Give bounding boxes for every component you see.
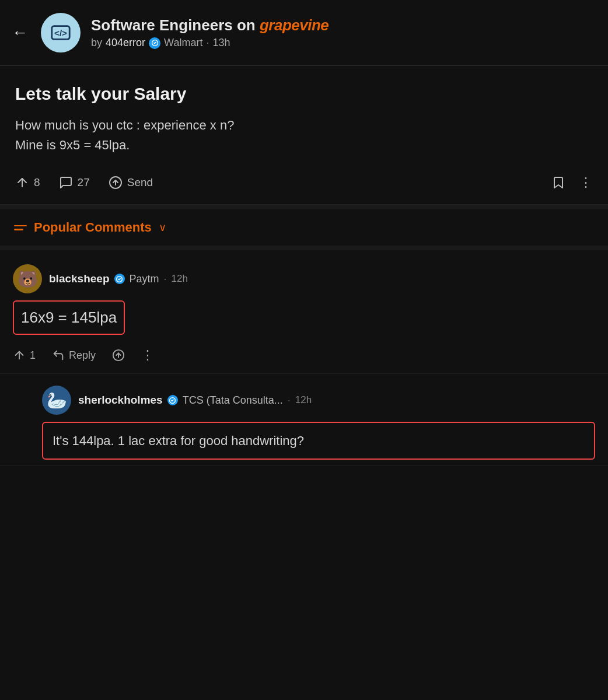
comment-body: 16x9 = 145lpa	[13, 300, 595, 335]
comments-section-header[interactable]: Popular Comments ∨	[0, 205, 608, 250]
comment-meta: blacksheep Paytm · 12h	[49, 272, 188, 285]
comments-filter[interactable]: Popular Comments ∨	[14, 220, 166, 235]
comment-blacksheep: 🐻 blacksheep Paytm · 12h 16x9 = 145lpa 1	[0, 250, 608, 374]
reply-button[interactable]: Reply	[52, 349, 96, 362]
reply-comment-sherlock: 🦢 sherlockholmes TCS (Tata Consulta... ·…	[0, 374, 608, 466]
filter-line-2	[14, 229, 23, 230]
post-action-bar: 8 27 Send ⋮	[15, 169, 593, 196]
avatar: 🦢	[42, 386, 71, 415]
post-content: Lets talk your Salary How much is you ct…	[0, 66, 608, 205]
reply-label: Reply	[69, 349, 96, 362]
reply-username: sherlockholmes	[78, 394, 163, 407]
comment-upvote-button[interactable]: 1	[13, 349, 36, 362]
send-button[interactable]: Send	[109, 176, 153, 190]
reply-time: 12h	[295, 394, 312, 406]
reply-company: TCS (Tata Consulta...	[183, 394, 283, 407]
community-avatar: </>	[41, 13, 81, 52]
chevron-down-icon[interactable]: ∨	[159, 221, 166, 234]
avatar: 🐻	[13, 264, 42, 293]
comment-share-button[interactable]	[112, 349, 125, 362]
verified-badge	[167, 395, 178, 405]
svg-text:</>: </>	[54, 28, 67, 38]
comments-header-label: Popular Comments	[34, 220, 152, 235]
reply-comment-meta: sherlockholmes TCS (Tata Consulta... · 1…	[78, 394, 312, 407]
comments-count: 27	[78, 176, 90, 189]
header-subtitle: by 404error Walmart · 13h	[91, 37, 329, 49]
post-title: Lets talk your Salary	[15, 82, 593, 105]
comment-body-highlighted: 16x9 = 145lpa	[13, 300, 125, 335]
reply-body-highlighted: It's 144lpa. 1 lac extra for good handwr…	[42, 422, 595, 460]
filter-line-1	[14, 225, 27, 227]
comment-button[interactable]: 27	[59, 176, 90, 190]
comment-actions: 1 Reply ⋮	[13, 343, 595, 368]
upvote-button[interactable]: 8	[15, 176, 40, 190]
comment-more-button[interactable]: ⋮	[141, 348, 155, 363]
verified-badge	[149, 37, 160, 49]
verified-badge	[114, 274, 125, 284]
more-options-button[interactable]: ⋮	[579, 175, 593, 190]
header-title: Software Engineers on grapevine	[91, 16, 329, 34]
post-body: How much is you ctc : experience x n? Mi…	[15, 116, 593, 155]
comment-username: blacksheep	[49, 272, 110, 285]
comment-header: 🐻 blacksheep Paytm · 12h	[13, 264, 595, 293]
header: ← </> Software Engineers on grapevine by…	[0, 0, 608, 66]
comment-upvote-count: 1	[30, 349, 36, 362]
comment-time: 12h	[172, 273, 188, 285]
send-label: Send	[127, 176, 153, 189]
comment-company: Paytm	[130, 273, 159, 285]
back-button[interactable]: ←	[12, 23, 28, 42]
header-text: Software Engineers on grapevine by 404er…	[91, 16, 329, 49]
filter-icon	[14, 225, 27, 230]
upvote-count: 8	[34, 176, 40, 189]
bookmark-button[interactable]	[551, 176, 565, 190]
reply-comment-header: 🦢 sherlockholmes TCS (Tata Consulta... ·…	[42, 386, 595, 415]
